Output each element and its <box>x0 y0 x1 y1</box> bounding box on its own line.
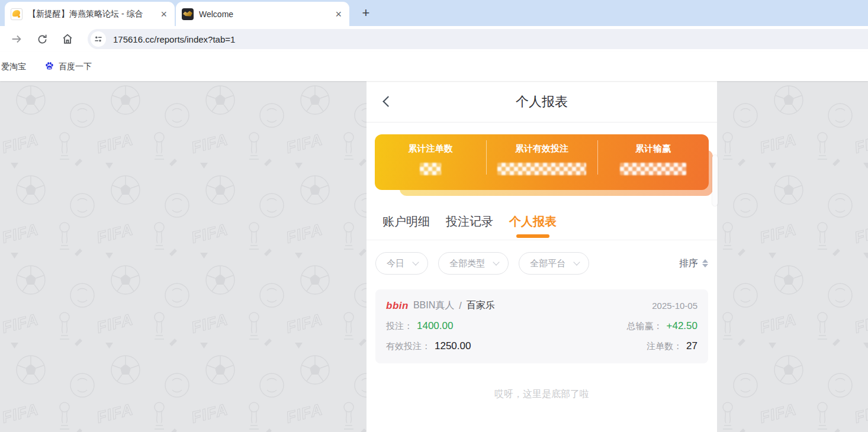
filter-platform-dropdown[interactable]: 全部平台 <box>519 252 589 275</box>
report-date: 2025-10-05 <box>652 301 697 311</box>
chevron-down-icon <box>493 259 499 265</box>
stat-label: 累计注单数 <box>409 143 453 154</box>
scrollbar-thumb[interactable] <box>712 155 718 206</box>
tab-account-details[interactable]: 账户明细 <box>382 203 430 240</box>
stat-label: 累计有效投注 <box>515 143 568 154</box>
report-card-row: 投注： 1400.00 总输赢： +42.50 <box>386 320 697 332</box>
reload-icon[interactable] <box>35 32 49 46</box>
site-settings-icon[interactable] <box>91 31 106 47</box>
filter-label: 今日 <box>387 258 404 269</box>
stat-valid-wager: 累计有效投注 <box>486 134 597 190</box>
stats-summary: 累计注单数 累计有效投注 累计输赢 <box>375 134 709 196</box>
forward-icon[interactable] <box>9 32 24 46</box>
tab-personal-report[interactable]: 个人报表 <box>509 203 557 240</box>
report-card-title: bbin BBIN真人 / 百家乐 <box>386 299 495 312</box>
tab-strip: 【新提醒】海燕策略论坛 - 综合 × Welcome × + <box>0 0 868 26</box>
report-card-header-row: bbin BBIN真人 / 百家乐 2025-10-05 <box>386 299 697 312</box>
bookmark-label: 爱淘宝 <box>1 62 26 72</box>
filter-label: 全部类型 <box>449 258 485 269</box>
bookmark-aitaobao[interactable]: 爱淘宝 <box>1 62 26 72</box>
browser-tab-welcome[interactable]: Welcome × <box>176 2 349 26</box>
page-content: FIFA 个人报表 <box>0 81 868 432</box>
stat-total-bets: 累计注单数 <box>375 134 486 190</box>
field-value: 1400.00 <box>417 320 453 332</box>
field-value: 1250.00 <box>435 340 471 352</box>
separator: / <box>459 301 461 311</box>
sort-label: 排序 <box>679 257 698 270</box>
browser-tab-forum[interactable]: 【新提醒】海燕策略论坛 - 综合 × <box>5 2 175 26</box>
report-panel: 个人报表 累计注单数 累计有效投注 累计输赢 <box>367 81 717 432</box>
tab-bet-records[interactable]: 投注记录 <box>446 203 493 240</box>
report-card-row: 有效投注： 1250.00 注单数： 27 <box>386 340 697 352</box>
address-bar[interactable]: 175616.cc/reports/index?tab=1 <box>88 29 868 49</box>
stat-win-loss: 累计输赢 <box>597 134 709 190</box>
panel-header: 个人报表 <box>367 81 717 122</box>
bookmark-baidu[interactable]: du 百度一下 <box>44 62 92 72</box>
browser-window: 【新提醒】海燕策略论坛 - 综合 × Welcome × + 175616.cc… <box>0 0 868 432</box>
close-icon[interactable]: × <box>333 9 343 20</box>
sort-control[interactable]: 排序 <box>679 257 708 270</box>
provider-name: BBIN真人 <box>413 299 454 312</box>
page-title: 个人报表 <box>516 93 568 111</box>
sort-arrows-icon <box>702 259 708 267</box>
total-win-loss: 总输赢： +42.50 <box>627 320 697 332</box>
field-label: 注单数： <box>647 341 682 352</box>
forum-favicon-icon <box>11 8 22 20</box>
report-card[interactable]: bbin BBIN真人 / 百家乐 2025-10-05 投注： 1400.00… <box>375 289 708 363</box>
stat-label: 累计输赢 <box>635 143 671 154</box>
field-label: 有效投注： <box>386 341 430 352</box>
censored-value <box>497 163 586 175</box>
field-label: 总输赢： <box>627 321 663 332</box>
field-value: 27 <box>686 340 697 352</box>
game-name: 百家乐 <box>467 299 495 312</box>
new-tab-button[interactable]: + <box>358 5 374 21</box>
welcome-favicon-icon <box>182 8 194 20</box>
url-text: 175616.cc/reports/index?tab=1 <box>113 34 235 44</box>
tab-title: Welcome <box>199 9 328 19</box>
svg-text:du: du <box>48 67 52 70</box>
filter-row: 今日 全部类型 全部平台 排序 <box>375 252 708 275</box>
chevron-down-icon <box>573 259 580 265</box>
bet-count: 注单数： 27 <box>647 340 697 352</box>
valid-bet-amount: 有效投注： 1250.00 <box>386 340 471 352</box>
bookmark-label: 百度一下 <box>59 62 92 72</box>
close-icon[interactable]: × <box>159 9 169 20</box>
field-value: +42.50 <box>667 320 697 332</box>
stats-card: 累计注单数 累计有效投注 累计输赢 <box>375 134 709 190</box>
bbin-logo-icon: bbin <box>386 300 409 312</box>
filter-label: 全部平台 <box>530 258 565 269</box>
baidu-paw-icon: du <box>44 62 54 72</box>
home-icon[interactable] <box>60 32 75 46</box>
back-chevron-icon[interactable] <box>382 96 393 107</box>
bookmarks-bar: 爱淘宝 du 百度一下 <box>0 52 868 81</box>
section-tabs: 账户明细 投注记录 个人报表 <box>367 203 717 240</box>
filter-date-dropdown[interactable]: 今日 <box>375 252 428 275</box>
field-label: 投注： <box>386 321 413 332</box>
browser-toolbar: 175616.cc/reports/index?tab=1 <box>0 26 868 52</box>
censored-value <box>620 163 686 175</box>
bet-amount: 投注： 1400.00 <box>386 320 453 332</box>
censored-value <box>420 163 441 175</box>
filter-type-dropdown[interactable]: 全部类型 <box>438 252 509 275</box>
chevron-down-icon <box>412 259 419 265</box>
bottom-notice: 哎呀，这里是底部了啦 <box>367 388 717 401</box>
tab-title: 【新提醒】海燕策略论坛 - 综合 <box>28 9 153 20</box>
